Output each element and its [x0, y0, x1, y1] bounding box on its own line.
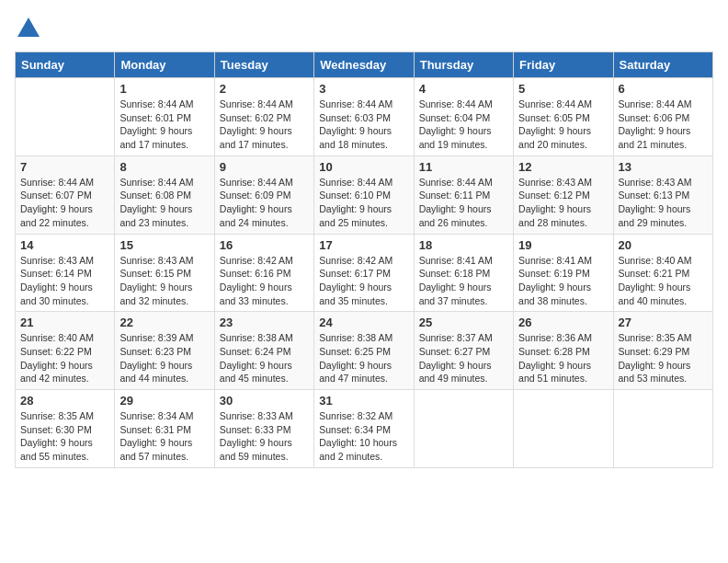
day-number: 3 [319, 82, 408, 96]
column-header-saturday: Saturday [613, 52, 712, 78]
calendar-cell [414, 390, 513, 468]
svg-marker-0 [17, 17, 40, 37]
calendar-cell: 18Sunrise: 8:41 AM Sunset: 6:18 PM Dayli… [414, 234, 513, 312]
calendar-cell: 31Sunrise: 8:32 AM Sunset: 6:34 PM Dayli… [314, 390, 414, 468]
column-header-monday: Monday [115, 52, 214, 78]
calendar-cell: 29Sunrise: 8:34 AM Sunset: 6:31 PM Dayli… [115, 390, 214, 468]
day-info: Sunrise: 8:41 AM Sunset: 6:18 PM Dayligh… [419, 254, 508, 308]
day-info: Sunrise: 8:44 AM Sunset: 6:01 PM Dayligh… [119, 98, 209, 152]
calendar-cell: 30Sunrise: 8:33 AM Sunset: 6:33 PM Dayli… [214, 390, 313, 468]
calendar-cell: 5Sunrise: 8:44 AM Sunset: 6:05 PM Daylig… [514, 78, 613, 156]
calendar-cell: 12Sunrise: 8:43 AM Sunset: 6:12 PM Dayli… [514, 155, 613, 234]
day-info: Sunrise: 8:44 AM Sunset: 6:11 PM Dayligh… [419, 176, 508, 230]
calendar-cell: 22Sunrise: 8:39 AM Sunset: 6:23 PM Dayli… [115, 312, 214, 390]
day-info: Sunrise: 8:44 AM Sunset: 6:07 PM Dayligh… [20, 176, 109, 230]
calendar-header-row: SundayMondayTuesdayWednesdayThursdayFrid… [16, 52, 713, 78]
day-info: Sunrise: 8:44 AM Sunset: 6:02 PM Dayligh… [220, 98, 309, 152]
column-header-tuesday: Tuesday [214, 52, 313, 78]
day-info: Sunrise: 8:37 AM Sunset: 6:27 PM Dayligh… [419, 331, 508, 385]
day-number: 1 [119, 82, 209, 96]
day-number: 2 [220, 82, 309, 96]
day-info: Sunrise: 8:40 AM Sunset: 6:22 PM Dayligh… [20, 331, 109, 385]
day-number: 28 [20, 394, 109, 408]
day-info: Sunrise: 8:34 AM Sunset: 6:31 PM Dayligh… [119, 409, 209, 464]
column-header-thursday: Thursday [414, 52, 513, 78]
day-number: 30 [220, 394, 309, 408]
day-info: Sunrise: 8:42 AM Sunset: 6:16 PM Dayligh… [220, 254, 309, 308]
day-number: 6 [619, 82, 708, 96]
day-info: Sunrise: 8:44 AM Sunset: 6:05 PM Dayligh… [518, 98, 608, 152]
day-number: 9 [220, 160, 309, 174]
calendar-cell: 19Sunrise: 8:41 AM Sunset: 6:19 PM Dayli… [514, 234, 613, 312]
calendar-cell: 6Sunrise: 8:44 AM Sunset: 6:06 PM Daylig… [613, 78, 712, 156]
column-header-friday: Friday [514, 52, 613, 78]
day-number: 16 [220, 238, 309, 252]
day-info: Sunrise: 8:42 AM Sunset: 6:17 PM Dayligh… [319, 254, 408, 308]
logo [15, 15, 46, 42]
calendar-cell: 24Sunrise: 8:38 AM Sunset: 6:25 PM Dayli… [314, 312, 414, 390]
calendar-cell: 14Sunrise: 8:43 AM Sunset: 6:14 PM Dayli… [16, 234, 115, 312]
day-info: Sunrise: 8:44 AM Sunset: 6:06 PM Dayligh… [619, 98, 708, 152]
column-header-wednesday: Wednesday [314, 52, 414, 78]
day-info: Sunrise: 8:33 AM Sunset: 6:33 PM Dayligh… [220, 409, 309, 464]
calendar-cell: 3Sunrise: 8:44 AM Sunset: 6:03 PM Daylig… [314, 78, 414, 156]
calendar-cell: 25Sunrise: 8:37 AM Sunset: 6:27 PM Dayli… [414, 312, 513, 390]
day-info: Sunrise: 8:38 AM Sunset: 6:25 PM Dayligh… [319, 331, 408, 385]
calendar-cell [613, 390, 712, 468]
day-number: 31 [319, 394, 408, 408]
calendar-week-row: 1Sunrise: 8:44 AM Sunset: 6:01 PM Daylig… [16, 78, 713, 156]
day-number: 10 [319, 160, 408, 174]
day-info: Sunrise: 8:41 AM Sunset: 6:19 PM Dayligh… [518, 254, 608, 308]
day-number: 23 [220, 316, 309, 329]
day-info: Sunrise: 8:43 AM Sunset: 6:15 PM Dayligh… [119, 254, 209, 308]
day-number: 22 [119, 316, 209, 329]
day-info: Sunrise: 8:39 AM Sunset: 6:23 PM Dayligh… [119, 331, 209, 385]
calendar-cell: 9Sunrise: 8:44 AM Sunset: 6:09 PM Daylig… [214, 155, 313, 234]
day-number: 20 [619, 238, 708, 252]
calendar-cell: 27Sunrise: 8:35 AM Sunset: 6:29 PM Dayli… [613, 312, 712, 390]
day-info: Sunrise: 8:32 AM Sunset: 6:34 PM Dayligh… [319, 409, 408, 464]
day-info: Sunrise: 8:35 AM Sunset: 6:29 PM Dayligh… [619, 331, 708, 385]
calendar-cell: 10Sunrise: 8:44 AM Sunset: 6:10 PM Dayli… [314, 155, 414, 234]
calendar-cell: 23Sunrise: 8:38 AM Sunset: 6:24 PM Dayli… [214, 312, 313, 390]
day-info: Sunrise: 8:43 AM Sunset: 6:14 PM Dayligh… [20, 254, 109, 308]
calendar-cell: 7Sunrise: 8:44 AM Sunset: 6:07 PM Daylig… [16, 155, 115, 234]
column-header-sunday: Sunday [16, 52, 115, 78]
calendar-week-row: 14Sunrise: 8:43 AM Sunset: 6:14 PM Dayli… [16, 234, 713, 312]
day-number: 17 [319, 238, 408, 252]
day-number: 4 [419, 82, 508, 96]
day-number: 15 [119, 238, 209, 252]
day-info: Sunrise: 8:36 AM Sunset: 6:28 PM Dayligh… [518, 331, 608, 385]
calendar-cell: 21Sunrise: 8:40 AM Sunset: 6:22 PM Dayli… [16, 312, 115, 390]
logo-icon [15, 15, 42, 42]
calendar-cell: 20Sunrise: 8:40 AM Sunset: 6:21 PM Dayli… [613, 234, 712, 312]
calendar-cell: 16Sunrise: 8:42 AM Sunset: 6:16 PM Dayli… [214, 234, 313, 312]
calendar-cell: 28Sunrise: 8:35 AM Sunset: 6:30 PM Dayli… [16, 390, 115, 468]
day-info: Sunrise: 8:44 AM Sunset: 6:08 PM Dayligh… [119, 176, 209, 230]
calendar-cell: 26Sunrise: 8:36 AM Sunset: 6:28 PM Dayli… [514, 312, 613, 390]
day-number: 21 [20, 316, 109, 329]
day-info: Sunrise: 8:44 AM Sunset: 6:03 PM Dayligh… [319, 98, 408, 152]
calendar-cell: 1Sunrise: 8:44 AM Sunset: 6:01 PM Daylig… [115, 78, 214, 156]
day-info: Sunrise: 8:35 AM Sunset: 6:30 PM Dayligh… [20, 409, 109, 464]
day-number: 11 [419, 160, 508, 174]
calendar-cell [514, 390, 613, 468]
day-number: 25 [419, 316, 508, 329]
day-number: 13 [619, 160, 708, 174]
page-header [15, 15, 713, 42]
calendar-cell: 15Sunrise: 8:43 AM Sunset: 6:15 PM Dayli… [115, 234, 214, 312]
day-number: 19 [518, 238, 608, 252]
day-number: 12 [518, 160, 608, 174]
calendar-week-row: 28Sunrise: 8:35 AM Sunset: 6:30 PM Dayli… [16, 390, 713, 468]
day-info: Sunrise: 8:43 AM Sunset: 6:12 PM Dayligh… [518, 176, 608, 230]
calendar-week-row: 7Sunrise: 8:44 AM Sunset: 6:07 PM Daylig… [16, 155, 713, 234]
day-number: 7 [20, 160, 109, 174]
day-number: 29 [119, 394, 209, 408]
day-number: 24 [319, 316, 408, 329]
day-info: Sunrise: 8:38 AM Sunset: 6:24 PM Dayligh… [220, 331, 309, 385]
calendar-table: SundayMondayTuesdayWednesdayThursdayFrid… [15, 52, 713, 468]
calendar-week-row: 21Sunrise: 8:40 AM Sunset: 6:22 PM Dayli… [16, 312, 713, 390]
day-number: 26 [518, 316, 608, 329]
day-info: Sunrise: 8:40 AM Sunset: 6:21 PM Dayligh… [619, 254, 708, 308]
calendar-cell [16, 78, 115, 156]
